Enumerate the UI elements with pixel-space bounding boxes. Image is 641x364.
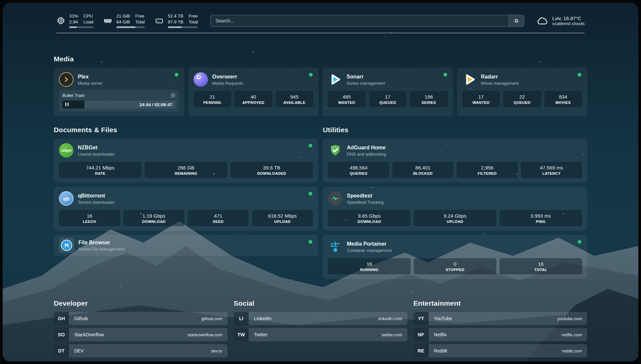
bookmark-abbr: TW [233, 328, 249, 341]
card-sonarr[interactable]: Sonarr Series management 485 WANTED [322, 68, 453, 116]
stat-value: 47.569 ms [522, 165, 581, 170]
stat-label: DOWNLOADED [232, 171, 312, 175]
stat-label: UPLOAD [253, 220, 312, 224]
service-name: Sonarr [347, 74, 385, 80]
bookmark-abbr: NF [413, 328, 429, 341]
stat-label: QUERIES [329, 171, 388, 175]
stat-tile: 9.65 Gbps DOWNLOAD [328, 210, 411, 226]
stat-tile: 0 STOPPED [414, 258, 496, 274]
bookmark-link[interactable]: LI LinkedIn linkedin.com [233, 312, 407, 325]
card-plex[interactable]: Plex Media server Bullet Train [54, 68, 184, 116]
cpu-values: 31% 2.94 [69, 13, 78, 25]
stat-value: 39.6 TB [232, 165, 312, 170]
service-name: Overseerr [212, 74, 243, 80]
stat-label: RATE [60, 171, 140, 175]
stat-value: 2,956 [458, 165, 516, 170]
weather-location-temp: Lviv, 16.87°C [552, 15, 585, 21]
service-name: Speedtest [347, 193, 383, 199]
disk-stat-widget: 52.4 TB 97.9 TB Free Total [155, 13, 198, 28]
bookmark-link[interactable]: DT DEV dev.to [54, 344, 228, 357]
portainer-icon [328, 239, 343, 254]
stat-label: PING [501, 220, 581, 224]
stat-label: DOWNLOAD [125, 220, 183, 224]
search-bar: G [210, 15, 524, 27]
stat-label: LATENCY [522, 171, 581, 175]
cpu-icon [56, 16, 65, 25]
filebrowser-icon [59, 238, 74, 253]
bookmark-abbr: LI [233, 312, 249, 325]
stat-value: 40 [236, 94, 271, 100]
stat-tile: 47.569 ms LATENCY [521, 162, 582, 178]
stat-label: RUNNING [329, 268, 409, 272]
bookmark-link[interactable]: YT YouTube youtube.com [413, 312, 587, 325]
bookmark-abbr: DT [54, 344, 69, 357]
stat-value: 16 [501, 261, 581, 267]
bookmark-url: reddit.com [562, 349, 582, 353]
radarr-icon [462, 72, 477, 87]
section-title-entertainment: Entertainment [413, 299, 587, 307]
service-name: NZBGet [78, 144, 115, 151]
top-bar: 31% 2.94 CPU Load [54, 10, 587, 28]
service-subtitle: Media server [78, 81, 103, 86]
stat-value: 945 [277, 94, 312, 100]
card-speedtest[interactable]: Speedtest Speedtest Tracking 9.65 Gbps D… [323, 187, 587, 231]
disk-labels: Free Total [189, 13, 198, 25]
weather-condition: scattered clouds [552, 21, 585, 26]
plex-icon [59, 72, 74, 87]
ram-icon [103, 16, 112, 25]
stat-value: 21 [195, 94, 230, 100]
search-engine-button[interactable]: G [509, 15, 524, 26]
stat-value: 1.19 Gbps [125, 213, 183, 219]
bookmark-url: stackoverflow.com [187, 332, 222, 337]
stat-label: QUEUED [504, 101, 540, 105]
bookmark-link[interactable]: NF Netflix netflix.com [413, 328, 587, 341]
session-info-icon[interactable] [170, 93, 176, 98]
card-radarr[interactable]: Radarr Movie management 17 WANTED [457, 68, 588, 116]
stat-label: BLOCKED [394, 171, 452, 175]
now-playing-title: Bullet Train [62, 93, 85, 98]
search-input[interactable] [211, 15, 508, 26]
bookmark-name: StackOverflow [74, 332, 104, 337]
weather-widget: Lviv, 16.87°C scattered clouds [537, 15, 585, 27]
stat-label: AVAILABLE [277, 101, 312, 105]
status-dot [175, 73, 178, 76]
card-overseerr[interactable]: Overseerr Media Requests 21 PENDING [188, 68, 319, 116]
stat-value: 16 [60, 213, 119, 219]
stat-value: 196 [411, 94, 446, 100]
plex-now-playing: Bullet Train 24:44 / 02:06:47 [59, 90, 179, 111]
bookmark-url: linkedin.com [378, 316, 402, 321]
card-portainer[interactable]: Media Portainer Container management 16 … [323, 235, 587, 279]
stat-label: DOWNLOAD [329, 220, 409, 224]
card-filebrowser[interactable]: File Browser Media File Management [54, 235, 318, 256]
cloud-icon [537, 15, 549, 27]
stat-tile: 744.21 Mbps RATE [59, 162, 141, 178]
bookmark-url: dev.to [211, 349, 222, 353]
bookmark-link[interactable]: TW Twitter twitter.com [233, 328, 407, 341]
speedtest-icon [328, 191, 343, 206]
stat-label: APPROVED [236, 101, 271, 105]
card-nzbget[interactable]: nzbget NZBGet Usenet downloader 744.21 M… [54, 138, 318, 183]
bookmark-link[interactable]: GH Github github.com [54, 312, 228, 325]
card-adguard[interactable]: AdGuard Home DNS and adblocking 498,564 … [323, 138, 587, 183]
disk-usage-bar [168, 26, 198, 28]
bookmark-abbr: SO [54, 328, 69, 341]
stat-value: 618.52 Mbps [253, 213, 312, 219]
dashboard-window: 31% 2.94 CPU Load [3, 3, 638, 361]
stat-value: 471 [189, 213, 247, 219]
stat-value: 22 [504, 94, 540, 100]
stat-tile: 1.19 Gbps DOWNLOAD [123, 210, 184, 226]
stat-tile: 17 QUEUED [369, 91, 407, 107]
bookmark-link[interactable]: RE Reddit reddit.com [413, 344, 587, 357]
service-name: File Browser [78, 239, 124, 246]
stat-tile: 39.6 TB DOWNLOADED [230, 162, 313, 178]
service-subtitle: Container management [347, 248, 392, 253]
stat-tile: 471 SEED [188, 210, 249, 226]
service-name: Radarr [481, 74, 519, 80]
pause-icon[interactable] [65, 102, 69, 107]
section-title-social: Social [233, 299, 407, 307]
bookmark-link[interactable]: SO StackOverflow stackoverflow.com [54, 328, 228, 341]
card-qbittorrent[interactable]: qb qBittorrent Torrent downloader 16 [54, 187, 318, 231]
sonarr-icon [328, 72, 342, 87]
section-title-documents: Documents & Files [54, 126, 318, 134]
stat-tile: 9.24 Gbps UPLOAD [414, 210, 496, 226]
